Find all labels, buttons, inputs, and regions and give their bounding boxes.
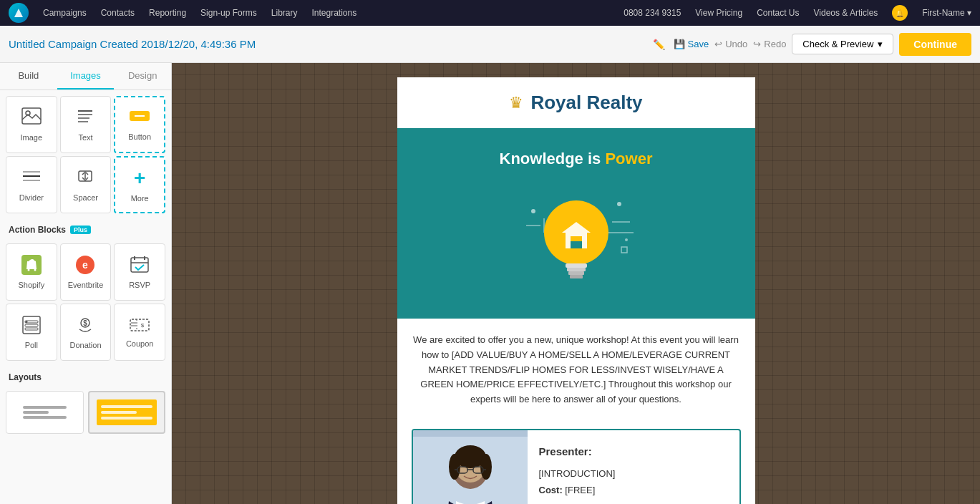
block-spacer-label: Spacer bbox=[73, 193, 98, 202]
block-divider-label: Divider bbox=[19, 193, 44, 202]
block-button-label: Button bbox=[128, 132, 151, 141]
hero-power-word: Power bbox=[605, 150, 652, 168]
text-block-icon bbox=[75, 107, 95, 129]
redo-button[interactable]: ↪ Redo bbox=[753, 39, 786, 49]
notification-bell[interactable]: 🔔 bbox=[892, 5, 908, 21]
block-more-label: More bbox=[131, 194, 149, 203]
rsvp-icon bbox=[130, 255, 150, 276]
hero-title: Knowledge is Power bbox=[412, 150, 741, 168]
layout-highlighted[interactable] bbox=[88, 391, 166, 434]
block-text-label: Text bbox=[78, 133, 92, 142]
svg-marker-0 bbox=[14, 9, 23, 17]
layout-text-only[interactable] bbox=[6, 391, 84, 434]
svg-point-16 bbox=[34, 269, 36, 271]
svg-rect-47 bbox=[576, 236, 582, 242]
divider-block-icon bbox=[21, 168, 42, 189]
email-body-text: We are excited to offer you a new, uniqu… bbox=[397, 319, 755, 422]
block-button[interactable]: Button bbox=[114, 96, 165, 153]
block-eventbrite-label: Eventbrite bbox=[68, 281, 104, 289]
svg-rect-49 bbox=[566, 263, 587, 268]
svg-rect-46 bbox=[571, 236, 576, 242]
edit-title-icon[interactable]: ✏️ bbox=[653, 39, 665, 50]
block-coupon-label: Coupon bbox=[126, 339, 154, 348]
nav-reporting[interactable]: Reporting bbox=[149, 8, 186, 18]
nav-signup-forms[interactable]: Sign-up Forms bbox=[200, 8, 257, 18]
when-field: When: [DATE & TIME] bbox=[539, 499, 633, 504]
main-layout: Build Images Design Image bbox=[0, 63, 980, 504]
donation-icon: $ bbox=[75, 315, 95, 336]
email-hero: Knowledge is Power bbox=[397, 128, 755, 319]
block-more[interactable]: + More bbox=[114, 156, 165, 213]
nav-contact-us[interactable]: Contact Us bbox=[757, 8, 799, 18]
svg-rect-50 bbox=[567, 268, 586, 271]
basic-blocks-grid: Image Text bbox=[0, 90, 171, 219]
undo-button[interactable]: ↩ Undo bbox=[714, 39, 747, 49]
block-coupon[interactable]: $ Coupon bbox=[114, 304, 165, 361]
svg-point-35 bbox=[531, 209, 535, 213]
block-image-label: Image bbox=[21, 133, 43, 142]
block-shopify[interactable]: Shopify bbox=[6, 243, 57, 301]
block-eventbrite[interactable]: e Eventbrite bbox=[60, 243, 112, 301]
tab-build[interactable]: Build bbox=[0, 63, 57, 89]
block-poll-label: Poll bbox=[25, 341, 38, 349]
spacer-block-icon bbox=[75, 168, 95, 189]
poll-icon bbox=[21, 315, 42, 336]
plus-badge: Plus bbox=[70, 226, 91, 234]
action-blocks-grid: Shopify e Eventbrite bbox=[0, 238, 171, 367]
block-rsvp[interactable]: RSVP bbox=[114, 243, 165, 301]
phone-number: 0808 234 9315 bbox=[624, 8, 681, 18]
tab-images[interactable]: Images bbox=[57, 63, 115, 89]
block-poll[interactable]: Poll bbox=[6, 304, 57, 361]
save-button[interactable]: 💾 Save bbox=[674, 39, 709, 49]
workshop-description: We are excited to offer you a new, uniqu… bbox=[412, 333, 741, 407]
hero-title-text: Knowledge is bbox=[500, 150, 606, 168]
svg-rect-42 bbox=[621, 247, 627, 253]
user-menu[interactable]: First-Name ▾ bbox=[922, 8, 971, 18]
layout-preview-1 bbox=[23, 406, 67, 419]
app-logo bbox=[9, 3, 29, 23]
top-navigation: Campaigns Contacts Reporting Sign-up For… bbox=[0, 0, 980, 26]
editor-toolbar: Untitled Campaign Created 2018/12/20, 4:… bbox=[0, 26, 980, 63]
block-rsvp-label: RSVP bbox=[129, 281, 150, 289]
undo-icon: ↩ bbox=[714, 39, 722, 49]
block-divider[interactable]: Divider bbox=[6, 156, 57, 213]
svg-point-36 bbox=[617, 202, 621, 206]
continue-button[interactable]: Continue bbox=[899, 33, 971, 56]
cost-value: [FREE] bbox=[565, 485, 595, 495]
svg-point-15 bbox=[27, 269, 29, 271]
block-shopify-label: Shopify bbox=[18, 281, 44, 289]
svg-rect-48 bbox=[571, 241, 582, 248]
layouts-section-label: Layouts bbox=[0, 367, 171, 385]
svg-rect-30 bbox=[130, 319, 149, 331]
block-spacer[interactable]: Spacer bbox=[60, 156, 112, 213]
svg-rect-25 bbox=[25, 324, 38, 326]
block-text[interactable]: Text bbox=[60, 96, 112, 153]
svg-rect-51 bbox=[568, 271, 584, 275]
svg-point-27 bbox=[25, 321, 27, 323]
svg-text:e: e bbox=[83, 259, 89, 271]
tab-design[interactable]: Design bbox=[114, 63, 171, 89]
presenter-title: Presenter: bbox=[539, 442, 633, 461]
image-block-icon bbox=[21, 107, 42, 129]
nav-library[interactable]: Library bbox=[271, 8, 298, 18]
svg-rect-1 bbox=[22, 108, 41, 124]
nav-videos-articles[interactable]: Videos & Articles bbox=[814, 8, 878, 18]
more-block-icon: + bbox=[134, 167, 145, 190]
presenter-section: Presenter: [INTRODUCTION] Cost: [FREE] W… bbox=[412, 429, 741, 504]
check-preview-button[interactable]: Check & Preview ▾ bbox=[792, 34, 893, 54]
svg-rect-19 bbox=[131, 258, 148, 272]
email-header: ♛ Royal Realty bbox=[397, 77, 755, 128]
nav-campaigns[interactable]: Campaigns bbox=[43, 8, 87, 18]
layouts-section bbox=[0, 385, 171, 440]
block-image[interactable]: Image bbox=[6, 96, 57, 153]
svg-rect-26 bbox=[25, 328, 38, 330]
redo-icon: ↪ bbox=[753, 39, 761, 49]
hero-image bbox=[412, 183, 741, 297]
block-donation[interactable]: $ Donation bbox=[60, 304, 112, 361]
nav-view-pricing[interactable]: View Pricing bbox=[695, 8, 742, 18]
svg-text:$: $ bbox=[84, 319, 88, 327]
nav-integrations[interactable]: Integrations bbox=[311, 8, 356, 18]
nav-contacts[interactable]: Contacts bbox=[101, 8, 135, 18]
campaign-title: Untitled Campaign Created 2018/12/20, 4:… bbox=[9, 38, 639, 50]
sidebar-tabs: Build Images Design bbox=[0, 63, 171, 90]
